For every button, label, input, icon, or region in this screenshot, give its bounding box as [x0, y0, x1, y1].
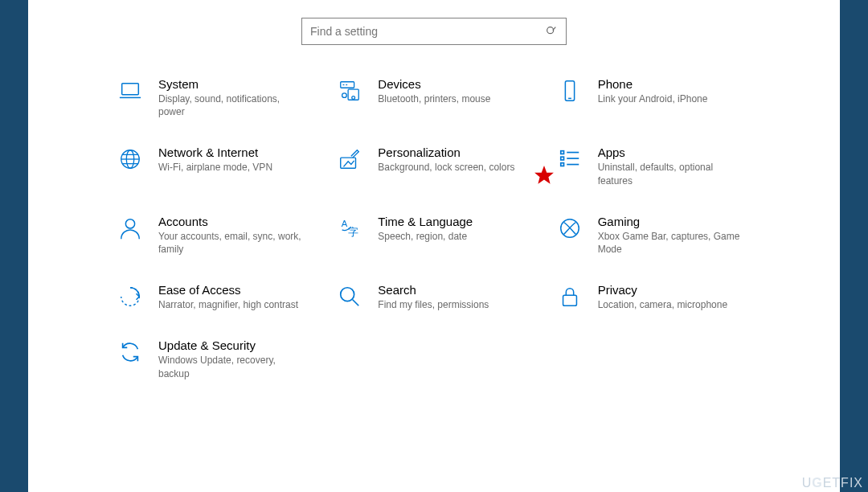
person-icon: [117, 215, 144, 242]
svg-point-25: [125, 219, 134, 228]
tile-privacy[interactable]: Privacy Location, camera, microphone: [556, 283, 751, 311]
tile-network[interactable]: Network & Internet Wi-Fi, airplane mode,…: [117, 146, 312, 187]
tile-desc: Link your Android, iPhone: [598, 92, 743, 105]
svg-rect-2: [122, 84, 139, 95]
tile-title: System: [158, 77, 312, 91]
tile-desc: Speech, region, date: [378, 230, 522, 243]
tile-personalization[interactable]: Personalization Background, lock screen,…: [336, 146, 531, 187]
tile-desc: Narrator, magnifier, high contrast: [158, 298, 303, 311]
settings-window: System Display, sound, notifications, po…: [28, 0, 840, 492]
star-annotation-icon: [534, 165, 555, 186]
tile-desc: Your accounts, email, sync, work, family: [158, 230, 303, 256]
xbox-icon: [556, 215, 583, 242]
tile-title: Apps: [598, 146, 751, 159]
svg-rect-5: [348, 89, 358, 100]
svg-rect-31: [563, 295, 576, 305]
svg-point-29: [341, 288, 354, 301]
ease-icon: [117, 283, 144, 310]
tile-update-security[interactable]: Update & Security Windows Update, recove…: [117, 338, 312, 379]
tile-accounts[interactable]: Accounts Your accounts, email, sync, wor…: [117, 215, 312, 256]
tile-desc: Display, sound, notifications, power: [158, 92, 303, 118]
tile-desc: Background, lock screen, colors: [378, 161, 522, 174]
tile-title: Gaming: [598, 215, 751, 228]
magnifier-icon: [336, 283, 363, 310]
search-input[interactable]: [310, 25, 545, 38]
svg-rect-23: [560, 163, 563, 166]
tile-desc: Wi-Fi, airplane mode, VPN: [158, 161, 303, 174]
language-icon: A 字: [336, 215, 363, 242]
tile-title: Accounts: [158, 215, 312, 228]
tile-title: Search: [378, 283, 531, 297]
tile-title: Time & Language: [378, 215, 531, 228]
tile-time-language[interactable]: A 字 Time & Language Speech, region, date: [336, 215, 531, 256]
svg-rect-19: [560, 151, 563, 154]
search-icon: [545, 25, 558, 38]
tile-title: Personalization: [378, 146, 531, 159]
tile-search[interactable]: Search Find my files, permissions: [336, 283, 531, 311]
watermark: UGETFIX: [802, 476, 863, 490]
apps-list-icon: [556, 146, 583, 173]
search-container: [28, 0, 840, 45]
laptop-icon: [117, 77, 144, 105]
svg-rect-17: [341, 158, 356, 169]
paint-icon: [336, 146, 363, 173]
tile-title: Ease of Access: [158, 283, 312, 297]
svg-rect-10: [565, 81, 574, 100]
tile-phone[interactable]: Phone Link your Android, iPhone: [556, 77, 751, 118]
tile-desc: Location, camera, microphone: [598, 298, 743, 311]
search-box[interactable]: [301, 18, 567, 45]
tile-system[interactable]: System Display, sound, notifications, po…: [117, 77, 312, 118]
tile-desc: Windows Update, recovery, backup: [158, 354, 303, 379]
sync-icon: [117, 338, 144, 366]
svg-text:A: A: [342, 219, 348, 228]
tile-apps[interactable]: Apps Uninstall, defaults, optional featu…: [556, 146, 751, 187]
tile-desc: Find my files, permissions: [378, 298, 522, 311]
tile-title: Phone: [598, 77, 751, 91]
tile-desc: Xbox Game Bar, captures, Game Mode: [598, 230, 743, 256]
svg-rect-21: [560, 158, 563, 161]
tile-desc: Uninstall, defaults, optional features: [598, 161, 743, 187]
tile-title: Update & Security: [158, 338, 312, 352]
tile-desc: Bluetooth, printers, mouse: [378, 92, 522, 105]
tile-title: Privacy: [598, 283, 751, 297]
svg-point-6: [342, 93, 347, 98]
svg-point-9: [352, 96, 355, 100]
devices-icon: [336, 77, 363, 105]
tile-devices[interactable]: Devices Bluetooth, printers, mouse: [336, 77, 531, 118]
tile-gaming[interactable]: Gaming Xbox Game Bar, captures, Game Mod…: [556, 215, 751, 256]
svg-marker-18: [534, 166, 554, 184]
settings-grid: System Display, sound, notifications, po…: [28, 45, 840, 380]
svg-point-0: [547, 27, 554, 34]
svg-line-30: [353, 300, 359, 306]
globe-icon: [117, 146, 144, 173]
phone-icon: [556, 77, 583, 105]
tile-title: Devices: [378, 77, 531, 91]
tile-ease-of-access[interactable]: Ease of Access Narrator, magnifier, high…: [117, 283, 312, 311]
tile-title: Network & Internet: [158, 146, 312, 159]
lock-icon: [556, 283, 583, 310]
